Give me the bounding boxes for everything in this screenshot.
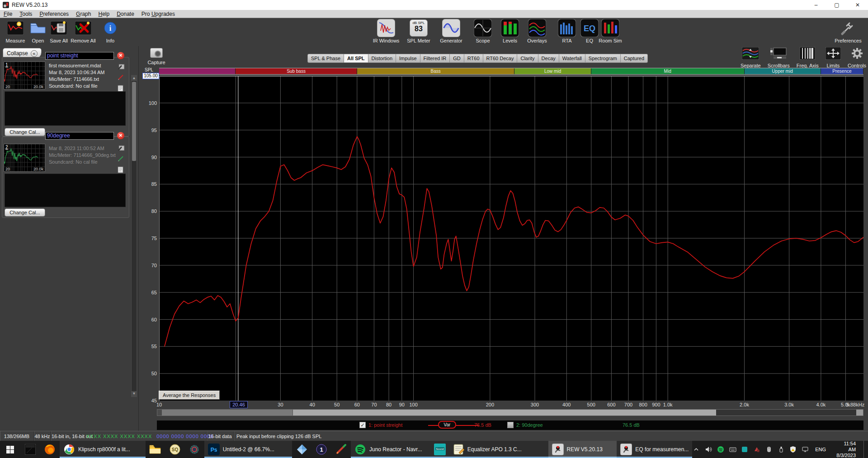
change-cal-button[interactable]: Change Cal... bbox=[5, 208, 45, 217]
generator-button[interactable]: Generator bbox=[437, 19, 466, 43]
tab-rt60-decay[interactable]: RT60 Decay bbox=[483, 54, 518, 63]
scrollbar-end-nub[interactable] bbox=[856, 410, 863, 416]
scrollbar-segment[interactable] bbox=[157, 410, 162, 416]
tab-captured[interactable]: Captured bbox=[621, 54, 648, 63]
limits-button[interactable]: Limits bbox=[826, 47, 841, 68]
tab-waterfall[interactable]: Waterfall bbox=[559, 54, 585, 63]
levels-button[interactable]: Levels bbox=[495, 19, 524, 43]
trace1-visible-checkbox[interactable]: ✓ bbox=[359, 422, 366, 428]
volume-icon[interactable] bbox=[704, 445, 712, 453]
separate-button[interactable]: Separate bbox=[741, 47, 761, 68]
menu-item-tools[interactable]: Tools bbox=[16, 10, 36, 18]
taskbar-app-sound[interactable]: Sound bbox=[430, 441, 449, 458]
save-measurement-icon[interactable] bbox=[118, 145, 125, 153]
remove-all-button[interactable]: Remove All bbox=[69, 19, 98, 43]
tab-spl-phase[interactable]: SPL & Phase bbox=[307, 54, 344, 63]
scroll-up-arrow[interactable]: ▲ bbox=[132, 76, 137, 81]
taskbar-app-pencil[interactable] bbox=[331, 441, 351, 458]
mouse-icon[interactable] bbox=[765, 445, 773, 453]
panel-vertical-scrollbar[interactable]: ▲▼ bbox=[131, 75, 137, 397]
taskbar-app-explorer[interactable] bbox=[146, 441, 165, 458]
capture-button[interactable]: Capture bbox=[147, 48, 165, 65]
shield-warning-icon[interactable]: ! bbox=[789, 445, 797, 453]
freq-axis-button[interactable]: Freq. Axis bbox=[797, 47, 819, 68]
tab-spectrogram[interactable]: Spectrogram bbox=[585, 54, 621, 63]
taskbar-app-one[interactable]: 1 bbox=[311, 441, 331, 458]
info-button[interactable]: iInfo bbox=[96, 19, 125, 43]
show-desktop-button[interactable] bbox=[863, 441, 866, 458]
trace2-visible-checkbox[interactable] bbox=[507, 422, 514, 428]
close-button[interactable]: ✕ bbox=[847, 0, 868, 10]
ir-windows-button[interactable]: IR Windows bbox=[372, 19, 401, 43]
scrollbar-thumb[interactable] bbox=[132, 82, 136, 161]
clock[interactable]: 11:54 AM8/3/2023 bbox=[832, 441, 859, 458]
maximize-button[interactable]: ▢ bbox=[826, 0, 847, 10]
remove-measurement-button[interactable]: ✕ bbox=[117, 132, 124, 139]
spl-meter-button[interactable]: dB SPL83SPL Meter bbox=[404, 19, 433, 43]
taskbar-app-photoshop-6[interactable]: PsUntitled-2 @ 66.7%... bbox=[204, 441, 292, 458]
taskbar-app-sq[interactable]: SQ bbox=[165, 441, 184, 458]
usb-icon[interactable] bbox=[777, 445, 785, 453]
trace1-var-badge[interactable]: Var bbox=[438, 421, 456, 429]
trace-color-pencil-icon[interactable] bbox=[118, 156, 125, 164]
taskbar-app-firefox[interactable] bbox=[40, 441, 60, 458]
taskbar-app-gear-dark[interactable] bbox=[184, 441, 204, 458]
spotify-mini-icon[interactable] bbox=[717, 445, 725, 453]
start-button[interactable] bbox=[0, 441, 20, 458]
tab-filtered-ir[interactable]: Filtered IR bbox=[420, 54, 450, 63]
spl-chart-plot-area[interactable] bbox=[159, 76, 863, 401]
minimize-button[interactable]: – bbox=[806, 0, 826, 10]
controls-button[interactable]: Controls bbox=[848, 47, 866, 68]
menu-item-file[interactable]: File bbox=[0, 10, 16, 18]
scope-button[interactable]: Scope bbox=[468, 19, 497, 43]
scroll-down-arrow[interactable]: ▼ bbox=[132, 391, 137, 397]
average-responses-button[interactable]: Average the Responses bbox=[159, 391, 220, 400]
measurement-name-input[interactable]: 90degree bbox=[45, 132, 114, 140]
tab-gd[interactable]: GD bbox=[450, 54, 464, 63]
save-measurement-icon[interactable] bbox=[118, 63, 125, 71]
tab-rt60[interactable]: RT60 bbox=[464, 54, 483, 63]
tab-impulse[interactable]: Impulse bbox=[396, 54, 420, 63]
red-app-icon[interactable] bbox=[753, 445, 761, 453]
taskbar-app-rew-13[interactable]: REW V5.20.13 bbox=[548, 441, 617, 458]
measurement-name-input[interactable]: point streight bbox=[45, 52, 114, 60]
x-tick-label: 500 bbox=[587, 402, 595, 407]
tab-distortion[interactable]: Distortion bbox=[368, 54, 396, 63]
scrollbar-segment-dark[interactable] bbox=[716, 410, 856, 416]
preferences-button[interactable]: Preferences bbox=[834, 19, 863, 43]
windows-taskbar: Klipsch rp8000f a lit...SQPsUntitled-2 @… bbox=[0, 441, 868, 458]
y-axis-top-limit-field[interactable]: 105.00 bbox=[142, 73, 159, 79]
menu-item-donate[interactable]: Donate bbox=[113, 10, 138, 18]
tab-all-spl[interactable]: All SPL bbox=[344, 54, 368, 63]
measurement-notes-box[interactable] bbox=[5, 174, 126, 207]
scrollbars-button[interactable]: Scrollbars bbox=[768, 47, 790, 68]
scrollbar-track[interactable] bbox=[293, 410, 716, 416]
menu-item-pro-upgrades[interactable]: Pro Upgrades bbox=[138, 10, 179, 18]
trace-color-pencil-icon[interactable] bbox=[118, 74, 125, 82]
keyboard-icon[interactable] bbox=[729, 445, 737, 453]
remove-measurement-button[interactable]: ✕ bbox=[117, 52, 124, 59]
tab-clarity[interactable]: Clarity bbox=[517, 54, 538, 63]
taskbar-app-terminal[interactable] bbox=[20, 441, 40, 458]
menu-item-help[interactable]: Help bbox=[94, 10, 113, 18]
taskbar-app-notepad-12[interactable]: Equalizer APO 1.3 C... bbox=[450, 441, 548, 458]
taskbar-app-chrome-2[interactable]: Klipsch rp8000f a lit... bbox=[60, 441, 146, 458]
menu-item-graph[interactable]: Graph bbox=[72, 10, 94, 18]
menu-item-preferences[interactable]: Preferences bbox=[36, 10, 72, 18]
room-sim-button[interactable]: Room Sim bbox=[596, 19, 625, 43]
network-icon[interactable] bbox=[801, 445, 809, 453]
teal-app-icon[interactable] bbox=[741, 445, 749, 453]
measurement-notes-box[interactable] bbox=[5, 91, 126, 126]
taskbar-app-spotify-10[interactable]: Juno Reactor - Navr... bbox=[351, 441, 430, 458]
scrollbar-thumb[interactable] bbox=[162, 410, 293, 416]
status-channel-hex: XXXX XXXX XXXX XXXX0000 0000 0000 0000 bbox=[94, 431, 207, 441]
tab-decay[interactable]: Decay bbox=[538, 54, 559, 63]
graph-horizontal-scrollbar[interactable] bbox=[157, 409, 863, 416]
change-cal-button[interactable]: Change Cal... bbox=[5, 128, 45, 136]
overlays-button[interactable]: Overlays bbox=[523, 19, 552, 43]
language-indicator[interactable]: ENG bbox=[813, 447, 828, 452]
chevron-up-icon[interactable] bbox=[692, 445, 700, 453]
taskbar-app-rew-14[interactable]: EQ for measuremen... bbox=[617, 441, 692, 458]
levels-label: Levels bbox=[503, 38, 517, 43]
taskbar-app-diamond[interactable] bbox=[292, 441, 311, 458]
